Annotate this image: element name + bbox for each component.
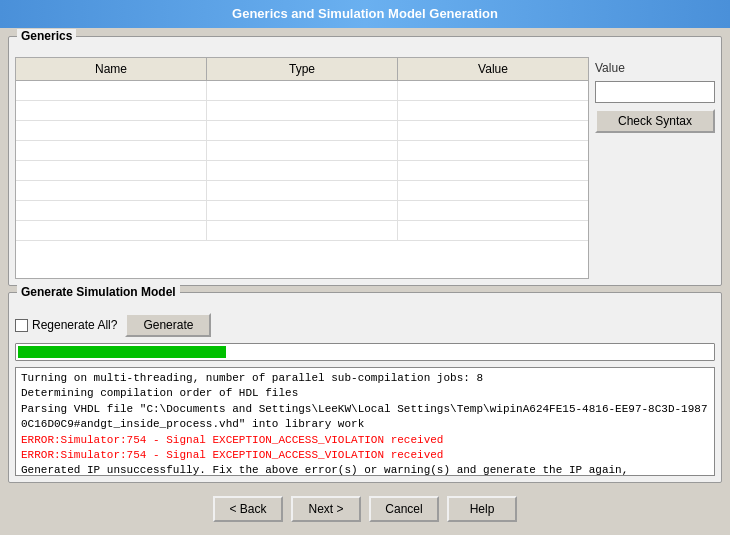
cell-type [207,81,398,100]
cell-name [16,201,207,220]
window-title: Generics and Simulation Model Generation [232,6,498,21]
value-panel: Value Check Syntax [595,57,715,279]
generate-button[interactable]: Generate [125,313,211,337]
value-input[interactable] [595,81,715,103]
generics-scroll-area[interactable] [16,81,588,278]
cell-name [16,161,207,180]
next-button[interactable]: Next > [291,496,361,522]
value-label: Value [595,61,715,75]
table-row [16,201,588,221]
cell-type [207,161,398,180]
cell-type [207,101,398,120]
regenerate-wrapper: Regenerate All? [15,318,117,332]
bottom-bar: < Back Next > Cancel Help [8,489,722,527]
cell-type [207,201,398,220]
title-bar: Generics and Simulation Model Generation [0,0,730,28]
col-type: Type [207,58,398,80]
cell-value [398,201,588,220]
table-row [16,221,588,241]
col-name: Name [16,58,207,80]
progress-bar-wrapper: ▪▪▪▪▪▪▪▪▪▪▪▪▪▪▪▪▪▪▪▪ [15,343,715,361]
cell-value [398,221,588,240]
cell-type [207,221,398,240]
regenerate-checkbox[interactable] [15,319,28,332]
regenerate-label: Regenerate All? [32,318,117,332]
generate-section: Generate Simulation Model Regenerate All… [8,292,722,483]
cell-name [16,221,207,240]
generate-controls: Regenerate All? Generate [15,313,715,337]
cell-type [207,141,398,160]
cell-name [16,101,207,120]
generics-label: Generics [17,29,76,43]
cell-type [207,181,398,200]
cancel-button[interactable]: Cancel [369,496,439,522]
cell-value [398,181,588,200]
cell-value [398,161,588,180]
generate-label: Generate Simulation Model [17,285,180,299]
cell-name [16,141,207,160]
cell-name [16,81,207,100]
table-header: Name Type Value [16,58,588,81]
table-row [16,121,588,141]
cell-name [16,121,207,140]
cell-value [398,141,588,160]
table-row [16,161,588,181]
cell-name [16,181,207,200]
cell-value [398,101,588,120]
generics-table: Name Type Value [15,57,589,279]
log-area-wrapper: Turning on multi-threading, number of pa… [15,367,715,476]
progress-bar-fill: ▪▪▪▪▪▪▪▪▪▪▪▪▪▪▪▪▪▪▪▪ [18,346,226,358]
log-area[interactable]: Turning on multi-threading, number of pa… [16,368,714,475]
progress-dots: ▪▪▪▪▪▪▪▪▪▪▪▪▪▪▪▪▪▪▪▪ [18,347,118,358]
cell-type [207,121,398,140]
table-row [16,101,588,121]
help-button[interactable]: Help [447,496,517,522]
table-row [16,81,588,101]
table-row [16,141,588,161]
back-button[interactable]: < Back [213,496,283,522]
generics-section: Generics Name Type Value [8,36,722,286]
check-syntax-button[interactable]: Check Syntax [595,109,715,133]
table-row [16,181,588,201]
col-value: Value [398,58,588,80]
cell-value [398,81,588,100]
cell-value [398,121,588,140]
